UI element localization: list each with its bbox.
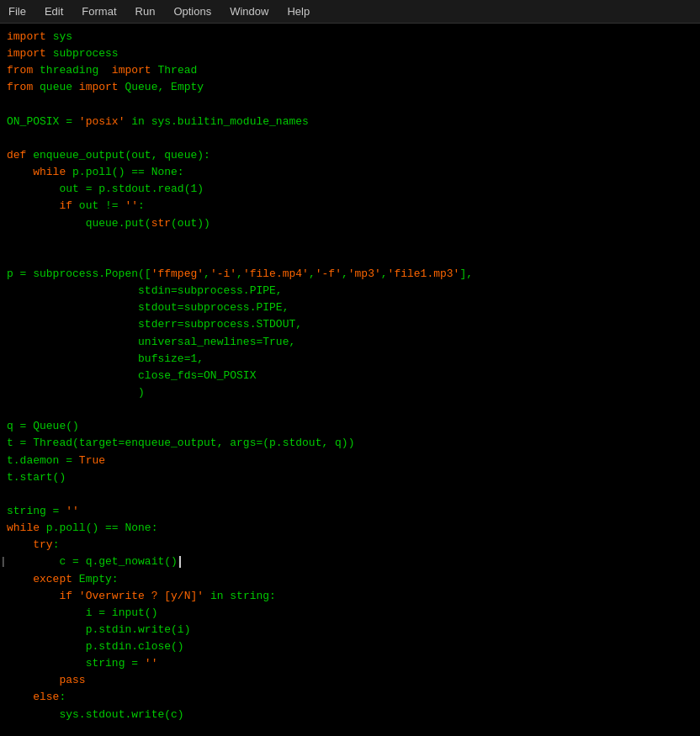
line-40: else:	[7, 689, 693, 706]
line-22: )	[7, 384, 693, 401]
line-38: string = ''	[7, 655, 693, 672]
line-3: from threading import Thread	[7, 62, 693, 79]
line-35: i = input()	[7, 605, 693, 622]
line-30: while p.poll() == None:	[7, 520, 693, 537]
text-cursor	[179, 556, 181, 568]
line-33: except Empty:	[7, 571, 693, 588]
line-19: universal_newlines=True,	[7, 334, 693, 351]
menu-help[interactable]: Help	[284, 3, 313, 19]
menu-window[interactable]: Window	[226, 3, 272, 19]
line-6: ON_POSIX = 'posix' in sys.builtin_module…	[7, 114, 693, 130]
menu-format[interactable]: Format	[78, 3, 119, 19]
line-17: stdout=subprocess.PIPE,	[7, 299, 693, 316]
line-27: t.start()	[7, 469, 693, 486]
menubar: File Edit Format Run Options Window Help	[0, 0, 700, 24]
line-25: t = Thread(target=enqueue_output, args=(…	[7, 435, 693, 452]
line-31: try:	[7, 537, 693, 553]
menu-file[interactable]: File	[5, 3, 29, 19]
line-18: stderr=subprocess.STDOUT,	[7, 316, 693, 333]
line-23	[7, 401, 693, 418]
line-20: bufsize=1,	[7, 351, 693, 368]
line-10: out = p.stdout.read(1)	[7, 181, 693, 198]
code-editor[interactable]: import sys import subprocess from thread…	[0, 24, 700, 736]
line-4: from queue import Queue, Empty	[7, 79, 693, 96]
line-14	[7, 249, 693, 266]
menu-edit[interactable]: Edit	[41, 3, 66, 19]
line-26: t.daemon = True	[7, 453, 693, 469]
line-39: pass	[7, 672, 693, 689]
line-8: def enqueue_output(out, queue):	[7, 147, 693, 164]
line-15: p = subprocess.Popen(['ffmpeg','-i','fil…	[7, 266, 693, 283]
line-5	[7, 97, 693, 114]
line-13	[7, 232, 693, 249]
line-1: import sys	[7, 29, 693, 45]
line-37: p.stdin.close()	[7, 638, 693, 655]
line-2: import subprocess	[7, 45, 693, 62]
line-32: c = q.get_nowait()	[7, 553, 693, 570]
line-9: while p.poll() == None:	[7, 164, 693, 181]
line-36: p.stdin.write(i)	[7, 622, 693, 638]
line-41: sys.stdout.write(c)	[7, 707, 693, 723]
line-28	[7, 486, 693, 503]
line-11: if out != '':	[7, 198, 693, 214]
line-7	[7, 130, 693, 147]
menu-run[interactable]: Run	[132, 3, 159, 19]
line-34: if 'Overwrite ? [y/N]' in string:	[7, 588, 693, 605]
line-12: queue.put(str(out))	[7, 215, 693, 232]
line-21: close_fds=ON_POSIX	[7, 368, 693, 384]
line-16: stdin=subprocess.PIPE,	[7, 283, 693, 299]
line-24: q = Queue()	[7, 418, 693, 435]
line-29: string = ''	[7, 503, 693, 520]
menu-options[interactable]: Options	[170, 3, 215, 19]
